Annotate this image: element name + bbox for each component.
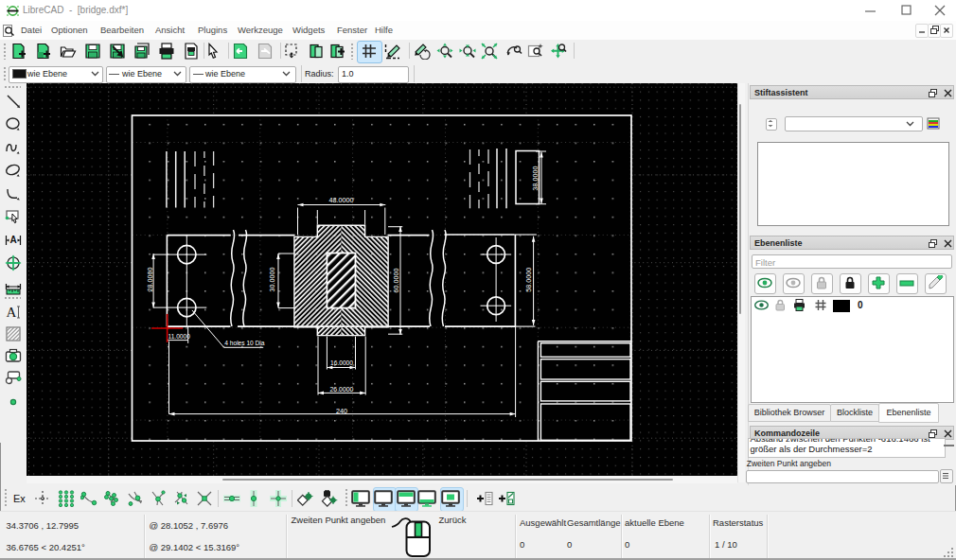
svg-text:26.0000: 26.0000 — [330, 386, 354, 393]
svg-text:48.0000: 48.0000 — [329, 196, 354, 204]
svg-text:30.0000: 30.0000 — [268, 268, 276, 292]
svg-text:28.0000: 28.0000 — [146, 268, 154, 292]
svg-text:A: A — [7, 305, 17, 320]
svg-text:11.0000: 11.0000 — [168, 333, 191, 340]
svg-text:38.0000: 38.0000 — [531, 166, 540, 191]
svg-text:16.0000: 16.0000 — [330, 359, 353, 366]
svg-text:A: A — [9, 235, 16, 245]
svg-text:240: 240 — [336, 407, 347, 415]
svg-text:58.0000: 58.0000 — [524, 268, 533, 292]
svg-text:60.0000: 60.0000 — [392, 268, 400, 292]
svg-text:4 holes 10 Dia: 4 holes 10 Dia — [224, 340, 264, 346]
